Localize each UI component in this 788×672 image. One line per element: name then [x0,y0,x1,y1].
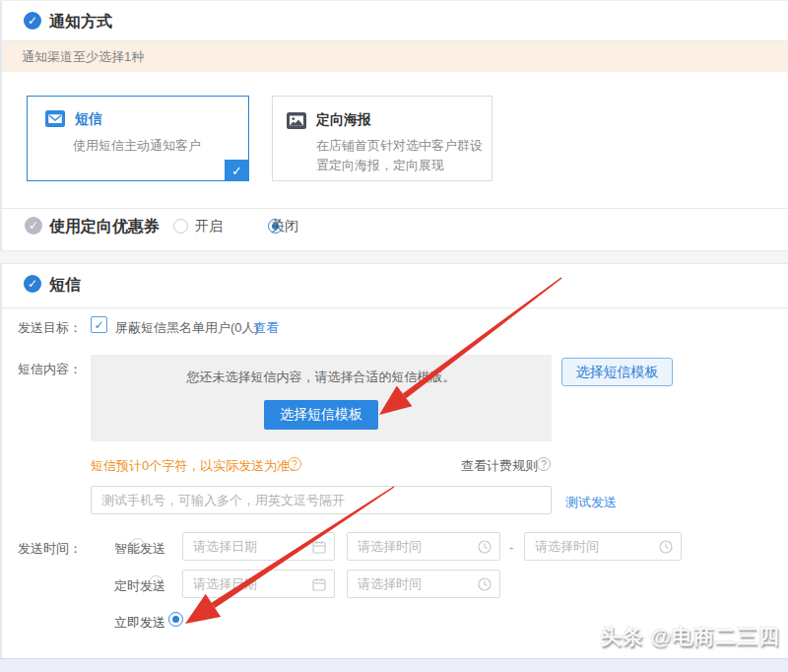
divider [2,263,788,264]
page-bottom-strip [0,659,788,672]
divider [2,307,788,308]
test-phone-input[interactable] [91,486,552,514]
coupon-off-label[interactable]: 关闭 [271,218,298,235]
envelope-icon [45,110,65,127]
sms-section-check-icon: ✓ [24,275,41,293]
sms-content-empty-hint: 您还未选择短信内容，请选择合适的短信模版。 [187,369,456,386]
coupon-on-radio[interactable] [173,219,188,234]
divider [2,208,788,209]
smart-date-picker[interactable] [182,532,335,561]
notify-method-check-icon: ✓ [24,12,41,30]
scheduled-date-input[interactable] [183,571,334,597]
choose-template-button[interactable]: 选择短信模板 [264,400,378,430]
sms-card-title: 短信 [75,110,102,128]
scheduled-send-label[interactable]: 定时发送 [114,577,165,595]
coupon-title: 使用定向优惠券 [49,217,160,237]
coupon-on-label[interactable]: 开启 [195,218,223,235]
immediate-send-label[interactable]: 立即发送 [114,614,165,632]
billing-rule-link[interactable]: 查看计费规则 [461,457,538,475]
scheduled-time-input[interactable] [348,571,499,597]
time-range-separator: - [509,540,513,555]
notice-banner: 通知渠道至少选择1种 [2,41,788,72]
scheduled-time-picker[interactable] [347,570,500,598]
send-time-label: 发送时间： [18,540,82,558]
selected-check-badge: ✓ [225,160,249,181]
blacklist-checkbox[interactable]: ✓ [91,316,107,333]
notice-banner-text: 通知渠道至少选择1种 [22,48,144,66]
blacklist-label[interactable]: 屏蔽短信黑名单用户(0人) [115,319,259,337]
immediate-send-radio[interactable] [168,612,183,627]
choose-template-side-button[interactable]: 选择短信模板 [561,358,673,386]
sms-content-empty-box: 您还未选择短信内容，请选择合适的短信模版。 选择短信模板 [91,355,552,441]
watermark: 头条 @电商二三四 [601,623,780,650]
notify-method-title: 通知方式 [49,12,112,33]
char-count-help-icon[interactable]: ? [288,457,301,471]
smart-time-start-picker[interactable] [347,532,500,561]
smart-date-input[interactable] [183,533,334,560]
billing-help-icon[interactable]: ? [537,457,551,471]
scheduled-date-picker[interactable] [182,570,335,598]
checkbox-check-icon: ✓ [94,318,103,332]
channel-card-poster[interactable]: 定向海报 在店铺首页针对选中客户群设置定向海报，定向展现 [272,96,492,181]
poster-card-desc: 在店铺首页针对选中客户群设置定向海报，定向展现 [316,136,486,175]
view-blacklist-link[interactable]: 查看 [253,319,279,337]
smart-time-end-input[interactable] [525,533,681,560]
smart-time-start-input[interactable] [348,533,499,560]
smart-time-end-picker[interactable] [524,532,682,561]
poster-card-title: 定向海报 [316,111,371,129]
smart-send-label[interactable]: 智能发送 [114,540,165,558]
sms-section-title: 短信 [49,275,81,296]
test-send-link[interactable]: 测试发送 [565,494,617,511]
sms-content-label: 短信内容： [18,361,82,378]
char-count-note: 短信预计0个字符，以实际发送为准。 [91,457,302,475]
channel-card-sms[interactable]: 短信 使用短信主动通知客户 ✓ [27,96,249,181]
send-target-label: 发送目标： [18,319,82,337]
poster-image-icon [287,112,306,129]
sms-card-desc: 使用短信主动通知客户 [73,136,201,156]
page-left-border [0,1,2,659]
section-gap [0,251,788,263]
notification-settings-page: ✓ 通知方式 通知渠道至少选择1种 短信 使用短信主动通知客户 ✓ 定向海报 在… [0,0,788,672]
coupon-check-icon: ✓ [25,217,42,235]
